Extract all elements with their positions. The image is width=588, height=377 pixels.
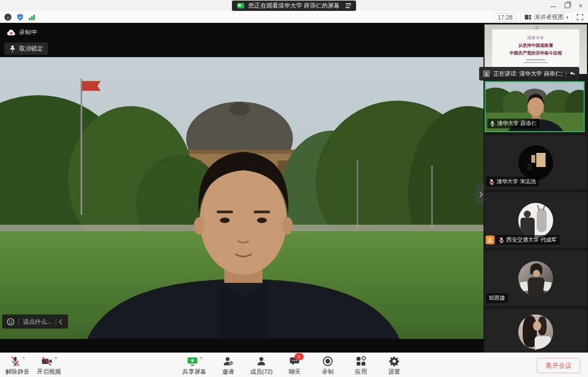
settings-label: 设置 (388, 368, 400, 376)
record-label: 录制 (322, 368, 334, 376)
participant-tile-partial[interactable] (485, 309, 587, 353)
cloud-record-icon (7, 29, 16, 36)
toolbar-left-group: ^ 解除静音 ^ 开启视频 (5, 355, 61, 376)
invite-icon (223, 356, 234, 367)
speaker-avatar-icon (483, 70, 490, 77)
minimize-button[interactable] (550, 3, 556, 9)
chat-input-placeholder[interactable]: 说点什么... (23, 318, 52, 326)
share-screen-label: 共享屏幕 (182, 368, 206, 376)
record-icon (322, 356, 333, 367)
hand-raised-icon (486, 236, 494, 244)
camera-off-icon (41, 356, 53, 367)
main-video-stage: 录制中 取消锁定 说点什么... (0, 23, 483, 353)
participant-name-badge: 清华大学 薛添仁 (487, 119, 540, 128)
unpin-label: 取消锁定 (19, 45, 43, 53)
slide-title-line1: 从坚持中国道路看 (518, 42, 553, 48)
mic-options-caret[interactable]: ^ (22, 356, 25, 362)
apps-button[interactable]: 应用 (350, 355, 372, 376)
meeting-window: 您正在观看清华大学 薛添仁的屏幕 × i 17:28 (0, 0, 588, 377)
settings-button[interactable]: 设置 (383, 355, 406, 376)
window-controls: × (550, 0, 583, 11)
participant-tile[interactable]: 邹思捷 (485, 251, 587, 306)
mic-muted-icon (499, 237, 504, 243)
participant-name: 清华大学 宋志浩 (497, 178, 536, 186)
share-screen-button[interactable]: ^ 共享屏幕 (182, 355, 206, 376)
unpin-button[interactable]: 取消锁定 (4, 42, 48, 55)
participant-tile[interactable]: 西安交通大学 代成军 (485, 193, 587, 248)
meeting-toolbar: ^ 解除静音 ^ 开启视频 (0, 353, 588, 377)
avatar (518, 203, 553, 238)
speaking-toast: 正在讲话: 清华大学 薛添仁; (479, 67, 579, 81)
slide-subtext-bar (526, 59, 545, 60)
members-label: 成员(72) (250, 368, 273, 376)
screen-share-icon (237, 3, 244, 9)
video-options-caret[interactable]: ^ (54, 356, 57, 362)
gear-icon (389, 356, 400, 367)
banner-menu-icon[interactable] (346, 3, 351, 8)
avatar (518, 261, 553, 296)
slide-preview: 清华大学 从坚持中国道路看 中国共产党的百年奋斗征程 (492, 29, 579, 69)
members-button[interactable]: 成员(72) (250, 355, 273, 376)
share-screen-icon (187, 356, 198, 367)
avatar (518, 314, 553, 349)
main-video-feed (0, 57, 483, 339)
layout-icon (524, 14, 531, 21)
apps-icon (356, 356, 366, 367)
watching-banner[interactable]: 您正在观看清华大学 薛添仁的屏幕 (232, 1, 356, 11)
participant-tile-speaker[interactable]: 清华大学 薛添仁 (485, 81, 585, 132)
mic-muted-icon (489, 179, 494, 185)
statusbar: i 17:28 演讲者视图 ▾ (0, 11, 588, 23)
pin-icon (9, 45, 16, 53)
close-button[interactable]: × (579, 3, 583, 9)
clock: 17:28 (494, 13, 517, 22)
network-signal-icon[interactable] (29, 14, 35, 20)
statusbar-left: i (4, 11, 35, 23)
sidebar-collapse-handle[interactable] (476, 184, 484, 205)
meeting-info-icon[interactable]: i (4, 14, 11, 21)
start-video-label: 开启视频 (37, 368, 61, 376)
quick-chat-bar[interactable]: 说点什么... (2, 314, 68, 329)
watching-banner-text: 您正在观看清华大学 薛添仁的屏幕 (248, 2, 340, 10)
collapse-tiles-icon[interactable] (534, 25, 538, 29)
slide-subtext-bar (524, 62, 548, 63)
invite-label: 邀请 (222, 368, 234, 376)
toolbar-center-group: ^ 共享屏幕 邀请 (182, 355, 406, 376)
unmute-button[interactable]: ^ 解除静音 (5, 355, 29, 376)
participant-tile[interactable]: 清华大学 宋志浩 (485, 135, 587, 189)
chat-unread-badge: 1 (295, 353, 304, 360)
recording-indicator: 录制中 (7, 28, 37, 36)
emoji-icon[interactable] (7, 318, 15, 326)
titlebar: 您正在观看清华大学 薛添仁的屏幕 × (0, 0, 588, 11)
clock-text: 17:28 (498, 14, 513, 21)
record-button[interactable]: 录制 (316, 355, 339, 376)
leave-meeting-button[interactable]: 离开会议 (537, 358, 580, 373)
chat-button[interactable]: 1 聊天 (283, 355, 306, 376)
restore-button[interactable] (565, 3, 570, 9)
avatar (518, 145, 553, 180)
mic-muted-icon (10, 356, 21, 367)
statusbar-right: 17:28 演讲者视图 ▾ (494, 11, 584, 23)
apps-label: 应用 (355, 368, 367, 376)
mic-on-icon (490, 121, 495, 127)
start-video-button[interactable]: ^ 开启视频 (37, 355, 61, 376)
view-mode-label: 演讲者视图 (534, 13, 564, 21)
unmute-label: 解除静音 (5, 368, 29, 376)
security-shield-icon[interactable] (16, 13, 24, 21)
fullscreen-icon[interactable] (577, 14, 584, 21)
members-icon (256, 356, 267, 367)
view-mode-button[interactable]: 演讲者视图 ▾ (520, 12, 572, 22)
collapse-chat-icon[interactable] (59, 319, 65, 324)
slide-title-line2: 中国共产党的百年奋斗征程 (510, 50, 562, 56)
chat-label: 聊天 (289, 368, 301, 376)
participant-name: 西安交通大学 代成军 (506, 236, 557, 244)
participant-name: 清华大学 薛添仁 (497, 120, 537, 127)
participant-name-badge: 邹思捷 (486, 293, 508, 303)
participant-label-row: 西安交通大学 代成军 (486, 235, 560, 245)
chevron-down-icon: ▾ (566, 15, 568, 20)
reply-arrow-icon[interactable] (569, 71, 575, 77)
participant-name-badge: 西安交通大学 代成军 (496, 235, 560, 245)
share-options-caret[interactable]: ^ (200, 356, 203, 362)
slide-logo-text: 清华大学 (527, 35, 544, 41)
participant-name-badge: 清华大学 宋志浩 (486, 177, 539, 187)
invite-button[interactable]: 邀请 (217, 355, 240, 376)
